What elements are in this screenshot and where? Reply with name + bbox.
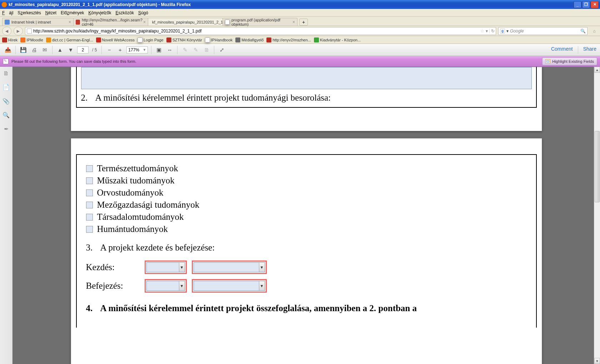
note-tool-button[interactable]: 🗎 xyxy=(202,46,211,54)
window-minimize-button[interactable]: _ xyxy=(574,1,581,8)
separator xyxy=(214,46,214,54)
menu-help[interactable]: Súgó xyxy=(138,10,148,15)
tab-label: Intranet hírek | intranet xyxy=(11,20,51,24)
bookmark-novell[interactable]: Novell WebAccess xyxy=(96,37,135,42)
bookmark-hirek[interactable]: Hírek xyxy=(2,37,18,42)
page-up-button[interactable]: ▲ xyxy=(56,46,64,54)
highlight-existing-fields-button[interactable]: Highlight Existing Fields xyxy=(542,57,597,65)
page-input[interactable] xyxy=(77,46,89,54)
window-maximize-button[interactable]: ❐ xyxy=(582,1,590,8)
menu-edit[interactable]: Szerkesztés xyxy=(18,10,41,15)
fit-page-button[interactable]: ▣ xyxy=(155,46,163,54)
checkbox-human[interactable] xyxy=(86,226,93,233)
reload-icon[interactable]: ↻ xyxy=(489,29,494,34)
checkbox-tarsadalom[interactable] xyxy=(86,214,93,221)
tab-close-icon[interactable]: × xyxy=(69,20,71,24)
globe-icon xyxy=(5,20,10,25)
email-button[interactable]: ✉ xyxy=(40,46,49,54)
bookmark-icon xyxy=(20,37,25,42)
tab-close-icon[interactable]: × xyxy=(143,20,146,24)
menu-bookmarks[interactable]: Könyvjelzők xyxy=(88,10,111,15)
checkbox-orvos[interactable] xyxy=(86,189,93,196)
google-icon: g xyxy=(500,29,505,34)
page-down-button[interactable]: ▼ xyxy=(66,46,75,54)
checkbox-muszaki[interactable] xyxy=(86,177,93,184)
zoom-select[interactable]: 177%▼ xyxy=(126,46,148,54)
start-month-select[interactable]: ▼ xyxy=(194,262,265,272)
end-year-wrapper: ▼ xyxy=(145,279,187,293)
form-text-field[interactable] xyxy=(81,67,532,89)
fullscreen-button[interactable]: ⤢ xyxy=(218,46,226,54)
separator xyxy=(52,46,52,54)
tab-intranet[interactable]: Intranet hírek | intranet× xyxy=(2,18,74,26)
url-bar[interactable]: http://www.sztnh.gov.hu/kiadv/ingy_magy/… xyxy=(25,27,496,35)
print-button[interactable]: 🖨 xyxy=(30,46,38,54)
signature-icon[interactable]: ✒ xyxy=(4,126,9,132)
tab-pdf-active[interactable]: kf_minosites_papiralapu_20120201_2_1...× xyxy=(148,18,223,26)
menu-view[interactable]: Nézet xyxy=(45,10,56,15)
end-month-select[interactable]: ▼ xyxy=(194,281,265,291)
scroll-down-button[interactable]: ▼ xyxy=(594,358,600,364)
tab-enyv[interactable]: http://enyv2/mszhen.../login.seam?cid=46… xyxy=(73,18,148,26)
highlight-tool-button[interactable]: ✎ xyxy=(191,46,200,54)
tab-program-pdf[interactable]: program.pdf (application/pdf objektum)× xyxy=(222,18,298,26)
menu-history[interactable]: Előzmények xyxy=(61,10,84,15)
search-box[interactable]: g ▾ Google 🔍 xyxy=(498,27,588,35)
new-tab-button[interactable]: + xyxy=(299,19,308,26)
share-link[interactable]: Share xyxy=(583,46,596,54)
scroll-up-button[interactable]: ▲ xyxy=(594,67,600,73)
back-button[interactable]: ◄ xyxy=(2,27,11,35)
save-button[interactable]: 💾 xyxy=(19,46,28,54)
find-icon[interactable]: 🔍 xyxy=(2,112,10,118)
url-dropdown-icon[interactable]: ▾ xyxy=(486,29,488,34)
scroll-thumb[interactable] xyxy=(595,131,600,202)
search-icon[interactable]: 🔍 xyxy=(580,29,586,34)
bookmark-loginpage[interactable]: Login Page xyxy=(138,37,164,42)
window-close-button[interactable]: ✕ xyxy=(591,1,599,8)
comment-link[interactable]: Comment xyxy=(551,46,573,54)
start-label: Kezdés: xyxy=(86,262,145,272)
end-label: Befejezés: xyxy=(86,281,145,291)
bookmark-mediafigyelo[interactable]: Médiafigyelő xyxy=(235,37,264,42)
separator xyxy=(15,46,16,54)
bookmark-icon xyxy=(46,37,51,42)
menu-file[interactable]: FFájlájl xyxy=(2,10,13,15)
bookmark-ipmoodle[interactable]: IPMoodle xyxy=(20,37,43,42)
bookmark-kiadvanytar[interactable]: Kiadványtár - Közpon... xyxy=(314,37,361,42)
form-notice-text: Please fill out the following form. You … xyxy=(11,59,136,64)
thumbnails-icon[interactable]: 🗎 xyxy=(3,70,9,77)
bookmark-enyv[interactable]: http://enyv2/mszhen... xyxy=(266,37,311,42)
forward-button[interactable]: ► xyxy=(14,27,23,35)
zoom-out-button[interactable]: − xyxy=(105,46,114,54)
menu-tools[interactable]: Eszközök xyxy=(116,10,134,15)
end-year-select[interactable]: ▼ xyxy=(146,281,185,291)
tab-close-icon[interactable]: × xyxy=(292,20,295,24)
pdf-work-area: 🗎 📄 📎 🔍 ✒ 2. A minősítési kérelemmel éri… xyxy=(0,67,600,364)
vertical-scrollbar[interactable]: ▲ ▼ xyxy=(594,67,600,364)
zoom-in-button[interactable]: + xyxy=(116,46,124,54)
attachments-icon[interactable]: 📎 xyxy=(2,98,10,105)
checkbox-label: Orvostudományok xyxy=(97,188,164,198)
start-year-select[interactable]: ▼ xyxy=(146,262,185,272)
search-placeholder: Google xyxy=(510,29,524,34)
checkbox-termeszet[interactable] xyxy=(86,165,93,172)
bookmark-star-icon[interactable]: ☆ xyxy=(480,29,484,34)
bookmark-sztnh[interactable]: SZTNH Könyvtár xyxy=(166,37,202,42)
section-2-title: A minősítési kérelemmel érintett projekt… xyxy=(95,93,331,103)
edit-tool-button[interactable]: ✎ xyxy=(181,46,189,54)
page-identity-icon xyxy=(27,29,32,34)
home-button[interactable]: ⌂ xyxy=(591,28,598,34)
bookmark-iphandbook[interactable]: IPHandbook xyxy=(205,37,233,42)
section-2-number: 2. xyxy=(81,93,95,103)
document-pane[interactable]: 2. A minősítési kérelemmel érintett proj… xyxy=(12,67,600,364)
highlight-icon xyxy=(545,59,550,64)
bookmark-icon xyxy=(2,37,7,42)
bookmark-icon xyxy=(266,37,271,42)
pages-icon[interactable]: 📄 xyxy=(2,84,10,91)
window-titlebar: kf_minosites_papiralapu_20120201_2_1_1.p… xyxy=(0,0,600,9)
form-notice-icon xyxy=(3,59,9,64)
fit-width-button[interactable]: ↔ xyxy=(165,46,174,54)
export-pdf-button[interactable]: 📤 xyxy=(4,46,12,54)
checkbox-mezogazd[interactable] xyxy=(86,202,93,208)
bookmark-dictcc[interactable]: dict.cc | German-Engl... xyxy=(46,37,93,42)
